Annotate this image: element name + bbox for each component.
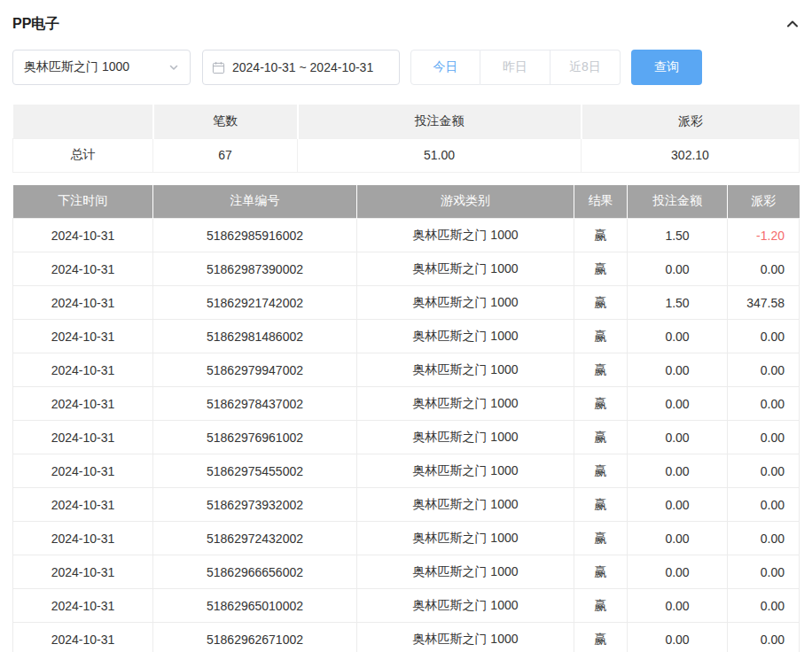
cell-game-type: 奥林匹斯之门 1000 — [357, 589, 574, 623]
cell-game-type: 奥林匹斯之门 1000 — [357, 421, 574, 454]
cell-bet-amount: 1.50 — [628, 286, 728, 320]
cell-payout: 0.00 — [728, 522, 800, 555]
records-table-body: 2024-10-31 51862985916002 奥林匹斯之门 1000 赢 … — [13, 219, 800, 652]
quick-range-last8days-button[interactable]: 近8日 — [550, 50, 621, 85]
summary-total-row: 总计 67 51.00 302.10 — [13, 138, 800, 172]
cell-result: 赢 — [574, 488, 628, 522]
chevron-up-icon — [785, 17, 800, 31]
cell-payout: 0.00 — [728, 589, 800, 623]
chevron-down-icon — [168, 62, 179, 73]
cell-game-type: 奥林匹斯之门 1000 — [357, 219, 574, 252]
quick-range-today-button[interactable]: 今日 — [410, 50, 480, 85]
collapse-chevron-up-icon[interactable] — [785, 17, 800, 31]
panel-title: PP电子 — [12, 15, 59, 34]
cell-bet-time: 2024-10-31 — [13, 320, 153, 353]
summary-total-bet-amount: 51.00 — [298, 138, 582, 172]
summary-header-empty — [13, 105, 153, 138]
cell-order-no: 51862973932002 — [153, 488, 357, 522]
cell-order-no: 51862962671002 — [153, 623, 357, 652]
cell-bet-time: 2024-10-31 — [13, 252, 153, 286]
cell-result: 赢 — [574, 219, 628, 252]
cell-payout: -1.20 — [728, 219, 800, 252]
table-row: 2024-10-31 51862978437002 奥林匹斯之门 1000 赢 … — [13, 387, 800, 421]
cell-game-type: 奥林匹斯之门 1000 — [357, 353, 574, 387]
cell-order-no: 51862979947002 — [153, 353, 357, 387]
cell-result: 赢 — [574, 353, 628, 387]
records-table: 下注时间 注单编号 游戏类别 结果 投注金额 派彩 2024-10-31 518… — [12, 185, 800, 652]
cell-payout: 0.00 — [728, 252, 800, 286]
cell-game-type: 奥林匹斯之门 1000 — [357, 252, 574, 286]
cell-payout: 347.58 — [728, 286, 800, 320]
cell-bet-amount: 0.00 — [628, 252, 728, 286]
search-button[interactable]: 查询 — [631, 50, 702, 85]
cell-game-type: 奥林匹斯之门 1000 — [357, 488, 574, 522]
pp-electronic-panel: PP电子 奥林匹斯之门 1000 2024-10-31 ~ 2024-10-31… — [0, 0, 812, 652]
cell-order-no: 51862978437002 — [153, 387, 357, 421]
cell-order-no: 51862981486002 — [153, 320, 357, 353]
cell-order-no: 51862985916002 — [153, 219, 357, 252]
cell-bet-amount: 0.00 — [628, 555, 728, 589]
cell-result: 赢 — [574, 387, 628, 421]
records-header-bet-amount: 投注金额 — [628, 185, 728, 219]
cell-result: 赢 — [574, 252, 628, 286]
summary-header-row: 笔数 投注金额 派彩 — [13, 105, 800, 138]
cell-bet-amount: 0.00 — [628, 387, 728, 421]
quick-range-yesterday-button[interactable]: 昨日 — [480, 50, 550, 85]
table-row: 2024-10-31 51862962671002 奥林匹斯之门 1000 赢 … — [13, 623, 800, 652]
cell-bet-time: 2024-10-31 — [13, 421, 153, 454]
table-row: 2024-10-31 51862972432002 奥林匹斯之门 1000 赢 … — [13, 522, 800, 555]
cell-payout: 0.00 — [728, 320, 800, 353]
cell-game-type: 奥林匹斯之门 1000 — [357, 387, 574, 421]
cell-payout: 0.00 — [728, 454, 800, 488]
quick-range-group: 今日 昨日 近8日 — [410, 50, 621, 85]
cell-bet-amount: 0.00 — [628, 454, 728, 488]
table-row: 2024-10-31 51862976961002 奥林匹斯之门 1000 赢 … — [13, 421, 800, 454]
summary-total-count: 67 — [153, 138, 298, 172]
cell-bet-amount: 0.00 — [628, 488, 728, 522]
cell-bet-time: 2024-10-31 — [13, 219, 153, 252]
cell-result: 赢 — [574, 320, 628, 353]
cell-result: 赢 — [574, 522, 628, 555]
summary-table: 笔数 投注金额 派彩 总计 67 51.00 302.10 — [12, 105, 800, 173]
panel-header: PP电子 — [12, 9, 800, 39]
cell-order-no: 51862976961002 — [153, 421, 357, 454]
cell-payout: 0.00 — [728, 623, 800, 652]
table-row: 2024-10-31 51862981486002 奥林匹斯之门 1000 赢 … — [13, 320, 800, 353]
table-row: 2024-10-31 51862975455002 奥林匹斯之门 1000 赢 … — [13, 454, 800, 488]
cell-order-no: 51862987390002 — [153, 252, 357, 286]
cell-bet-amount: 0.00 — [628, 589, 728, 623]
cell-order-no: 51862966656002 — [153, 555, 357, 589]
table-row: 2024-10-31 51862987390002 奥林匹斯之门 1000 赢 … — [13, 252, 800, 286]
summary-header-count: 笔数 — [153, 105, 298, 138]
records-header-payout: 派彩 — [728, 185, 800, 219]
cell-payout: 0.00 — [728, 353, 800, 387]
cell-order-no: 51862921742002 — [153, 286, 357, 320]
table-row: 2024-10-31 51862921742002 奥林匹斯之门 1000 赢 … — [13, 286, 800, 320]
cell-payout: 0.00 — [728, 421, 800, 454]
cell-bet-amount: 0.00 — [628, 320, 728, 353]
table-row: 2024-10-31 51862979947002 奥林匹斯之门 1000 赢 … — [13, 353, 800, 387]
cell-result: 赢 — [574, 286, 628, 320]
cell-bet-amount: 0.00 — [628, 623, 728, 652]
records-header-row: 下注时间 注单编号 游戏类别 结果 投注金额 派彩 — [13, 185, 800, 219]
game-select[interactable]: 奥林匹斯之门 1000 — [12, 50, 191, 85]
cell-game-type: 奥林匹斯之门 1000 — [357, 286, 574, 320]
cell-bet-time: 2024-10-31 — [13, 387, 153, 421]
summary-total-label: 总计 — [13, 138, 153, 172]
cell-order-no: 51862972432002 — [153, 522, 357, 555]
cell-bet-time: 2024-10-31 — [13, 488, 153, 522]
records-header-game-type: 游戏类别 — [357, 185, 574, 219]
cell-bet-amount: 0.00 — [628, 353, 728, 387]
cell-bet-time: 2024-10-31 — [13, 589, 153, 623]
cell-bet-time: 2024-10-31 — [13, 522, 153, 555]
cell-game-type: 奥林匹斯之门 1000 — [357, 320, 574, 353]
table-row: 2024-10-31 51862966656002 奥林匹斯之门 1000 赢 … — [13, 555, 800, 589]
summary-total-payout: 302.10 — [582, 138, 800, 172]
date-range-picker[interactable]: 2024-10-31 ~ 2024-10-31 — [202, 50, 400, 85]
cell-payout: 0.00 — [728, 488, 800, 522]
table-row: 2024-10-31 51862985916002 奥林匹斯之门 1000 赢 … — [13, 219, 800, 252]
cell-result: 赢 — [574, 421, 628, 454]
summary-header-payout: 派彩 — [582, 105, 800, 138]
records-header-bet-time: 下注时间 — [13, 185, 153, 219]
cell-result: 赢 — [574, 589, 628, 623]
